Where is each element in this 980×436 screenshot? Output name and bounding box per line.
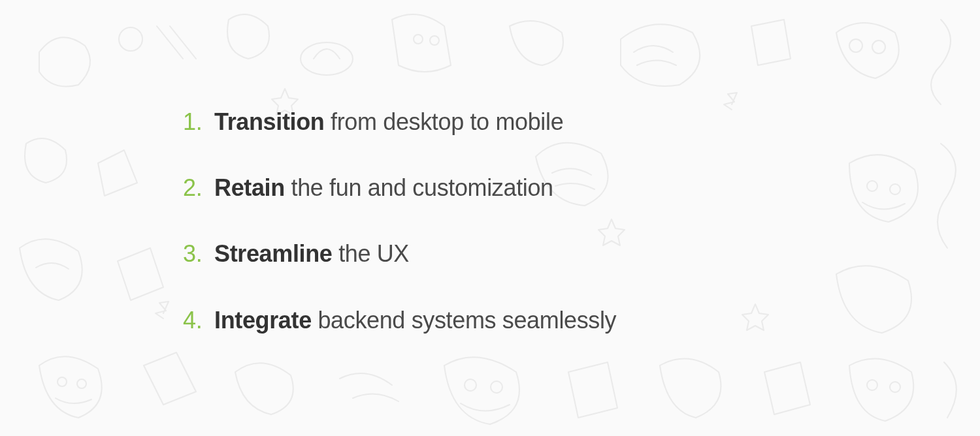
item-rest: backend systems seamlessly: [312, 307, 616, 334]
svg-point-9: [77, 379, 86, 388]
item-number: 2.: [183, 174, 205, 202]
item-bold: Transition: [214, 108, 324, 135]
list-item: 1. Transition from desktop to mobile: [183, 108, 980, 136]
item-rest: the UX: [332, 240, 409, 267]
svg-point-12: [867, 380, 877, 390]
item-rest: the fun and customization: [285, 174, 553, 201]
item-text: Streamline the UX: [214, 240, 409, 268]
item-number: 3.: [183, 240, 205, 268]
item-text: Transition from desktop to mobile: [214, 108, 563, 136]
svg-point-8: [57, 377, 67, 386]
item-text: Integrate backend systems seamlessly: [214, 306, 616, 334]
list-item: 4. Integrate backend systems seamlessly: [183, 306, 980, 334]
item-bold: Retain: [214, 174, 285, 201]
item-number: 4.: [183, 306, 205, 334]
item-bold: Integrate: [214, 307, 312, 334]
svg-point-13: [890, 382, 900, 392]
list-item: 3. Streamline the UX: [183, 240, 980, 268]
svg-point-11: [491, 381, 502, 393]
item-bold: Streamline: [214, 240, 332, 267]
item-rest: from desktop to mobile: [324, 108, 563, 135]
list-item: 2. Retain the fun and customization: [183, 174, 980, 202]
svg-point-10: [465, 379, 476, 391]
item-text: Retain the fun and customization: [214, 174, 553, 202]
slide-content: 1. Transition from desktop to mobile 2. …: [0, 0, 980, 334]
item-number: 1.: [183, 108, 205, 136]
numbered-list: 1. Transition from desktop to mobile 2. …: [183, 108, 980, 334]
